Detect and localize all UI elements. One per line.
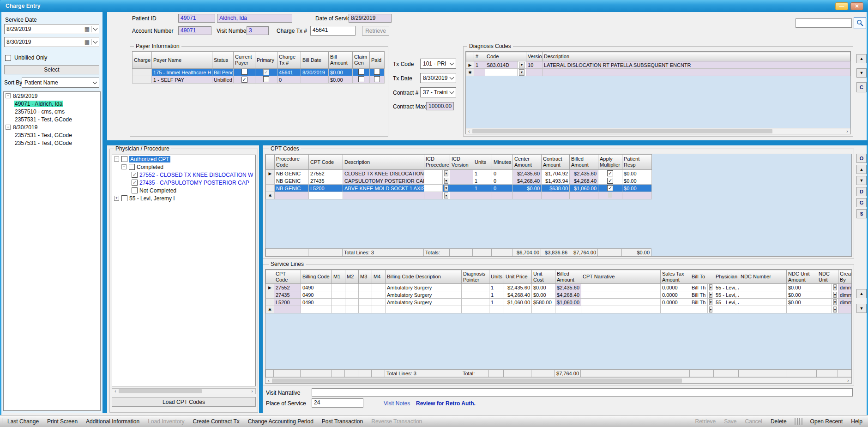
collapse-icon[interactable]: − [114,156,119,162]
service-row[interactable]: ▶ 27552 0490 Ambulatory Surgery 1 $2,435… [266,284,852,291]
tree-patient-item[interactable]: 49071 - Aldrich, Ida [4,100,100,108]
col-patient-resp[interactable]: Patient Resp [622,155,652,170]
code-dropdown-icon[interactable]: ▼ [519,62,524,68]
service-new-row[interactable]: ✱ ▼ [266,306,852,313]
claim-gen-checkbox[interactable] [358,69,364,75]
visit-number-field[interactable]: 3 [247,26,269,35]
patient-name-field[interactable]: Aldrich, Ida [217,14,292,23]
statusbar-help[interactable]: Help [847,418,868,425]
statusbar-change-accounting-period[interactable]: Change Accounting Period [244,418,318,425]
tree-patient-item[interactable]: 2357510 - cms, cms [4,108,100,115]
col-minutes[interactable]: Minutes [492,155,513,170]
service-hscrollbar[interactable]: ‹ › [265,377,851,383]
scroll-left-icon[interactable]: ‹ [112,389,119,394]
diagnosis-down-button[interactable]: ▼ [856,68,867,78]
tree-completed[interactable]: − Completed [112,163,255,171]
ndc-unit-dropdown-icon[interactable]: ▼ [833,299,837,305]
cpt-o-button[interactable]: O [856,154,867,163]
bill-to-dropdown-icon[interactable]: ▼ [709,292,712,298]
icd-dropdown-icon[interactable]: ▼ [444,192,448,198]
service-date-to-input[interactable]: 8/30/2019 ▦ [4,37,99,47]
cpt-up-button[interactable]: ▲ [856,165,867,174]
collapse-icon[interactable]: − [121,164,127,169]
diagnosis-clear-button[interactable]: C [856,82,867,92]
tree-patient-item[interactable]: 2357531 - Test, GCode [4,115,100,123]
place-of-service-input[interactable]: 24 [312,398,363,408]
col-billing-code-description[interactable]: Billing Code Description [386,270,462,284]
col-description[interactable]: Description [343,155,424,170]
calendar-icon[interactable]: ▦ [84,26,90,32]
tx-code-select[interactable]: 101 - PRI [420,59,456,69]
tree-patient-item[interactable]: 2357531 - Test, GCode [4,139,100,147]
diagnosis-row[interactable]: ▶ 1 S83.014D ▼ 10 LATERAL DISLOCATION RT… [466,61,850,69]
diagnosis-new-row[interactable]: ✱ ▼ [466,69,850,76]
col-claim-gen[interactable]: Claim Gen [353,52,370,69]
completed-checkbox[interactable] [129,164,135,170]
col-procedure-code[interactable]: Procedure Code [275,155,309,170]
cpt-row[interactable]: ▶ NB GENIC 27552 CLOSED TX KNEE DISLOCAT… [266,170,652,177]
retrieve-button[interactable]: Retrieve [362,26,389,36]
load-cpt-codes-button[interactable]: Load CPT Codes [112,397,256,407]
col-m2[interactable]: M2 [345,270,359,284]
scroll-left-icon[interactable]: ‹ [466,128,472,134]
cpt-new-row[interactable]: ✱ ▼ [266,192,652,199]
cpt-row-selected[interactable]: NB GENIC L5200 ABVE KNEE MOLD SOCKT 1 AX… [266,185,652,192]
statusbar-additional-information[interactable]: Additional Information [82,418,144,425]
col-center-amount[interactable]: Center Amount [513,155,542,170]
icd-dropdown-icon[interactable]: ▼ [444,178,448,184]
procedure-hscrollbar[interactable]: ‹ › [112,388,256,394]
col-bill-date[interactable]: Bill Date [301,52,329,69]
service-down-button[interactable]: ▼ [856,304,867,313]
cpt-down-button[interactable]: ▼ [856,176,867,185]
cpt-d-button[interactable]: D [856,187,867,196]
bill-to-dropdown-icon[interactable]: ▼ [709,307,712,313]
col-charge-tx[interactable]: Charge Tx # [277,52,301,69]
col-status[interactable]: Status [212,52,234,69]
expand-icon[interactable]: + [114,196,119,201]
minimize-icon[interactable]: — [835,2,848,10]
current-payer-checkbox[interactable] [241,69,247,75]
col-charge[interactable]: Charge [133,52,152,69]
tree-physician-item[interactable]: + 55 - Levi, Jeremy I [112,194,255,202]
paid-checkbox[interactable] [374,76,380,82]
vertical-splitter-2[interactable] [259,145,263,413]
col-unit-price[interactable]: Unit Price [504,270,532,284]
col-bill-amount[interactable]: Bill Amount [329,52,353,69]
cpt-g-button[interactable]: G [856,198,867,207]
patient-id-field[interactable]: 49071 [178,14,215,23]
col-physician[interactable]: Physician [714,270,739,284]
scroll-left-icon[interactable]: ‹ [265,378,272,383]
chevron-down-icon[interactable] [93,26,98,31]
charge-tx-input[interactable]: 45641 [310,26,356,36]
col-paid[interactable]: Paid [370,52,385,69]
col-ndc-unit[interactable]: NDC Unit [817,270,838,284]
col-ndc-unit-amount[interactable]: NDC Unit Amount [787,270,817,284]
diagnosis-hscrollbar[interactable]: ‹ › [466,128,850,134]
payer-row[interactable]: 1 - SELF PAY Unbilled ✓ 0 $0.00 [133,76,385,84]
col-contract-amount[interactable]: Contract Amount [542,155,570,170]
search-button[interactable] [854,17,866,29]
collapse-icon[interactable]: − [6,125,11,130]
col-m3[interactable]: M3 [359,270,372,284]
scroll-thumb[interactable] [472,129,772,133]
col-code[interactable]: Code [485,52,526,61]
statusbar-delete[interactable]: Delete [766,418,791,425]
cpt-row[interactable]: NB GENIC 27435 CAPSULOTOMY POSTERIOR CAP… [266,177,652,185]
chevron-down-icon[interactable] [93,39,98,44]
col-icd-version[interactable]: ICD Version [450,155,473,170]
col-billing-code[interactable]: Billing Code [301,270,332,284]
visit-notes-link[interactable]: Visit Notes [384,400,410,407]
service-row[interactable]: 27435 0490 Ambulatory Surgery 1 $4,268.4… [266,291,852,299]
statusbar-print-screen[interactable]: Print Screen [43,418,82,425]
service-up-button[interactable]: ▲ [856,289,867,298]
contract-select[interactable]: 37 - Traini [420,87,456,97]
physician-checkbox[interactable] [121,195,127,201]
apply-multiplier-checkbox[interactable]: ✓ [607,185,613,191]
paid-checkbox[interactable] [374,69,380,75]
vertical-splitter[interactable] [102,12,107,413]
icd-dropdown-icon[interactable]: ▼ [444,170,448,176]
close-icon[interactable]: ✕ [850,2,863,10]
col-unit-cost[interactable]: Unit Cost [532,270,555,284]
tree-cpt-item[interactable]: ✓ 27552 - CLOSED TX KNEE DISLOCATION W [112,171,255,179]
unbilled-only-checkbox[interactable] [5,55,11,61]
